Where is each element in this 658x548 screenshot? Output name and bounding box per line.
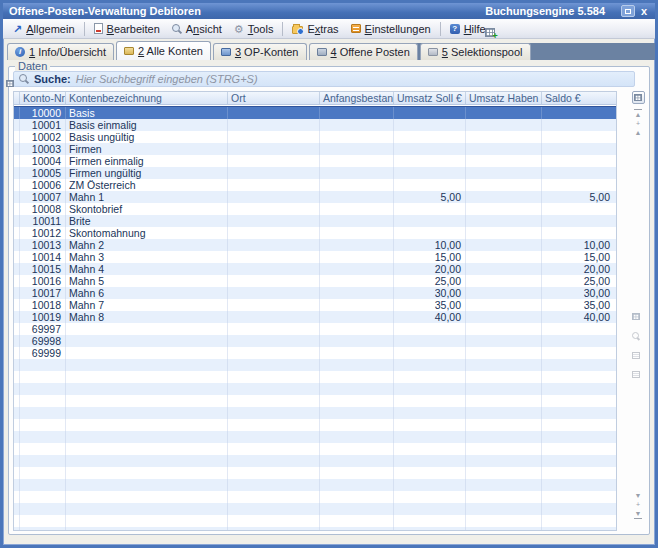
grid-view-icon[interactable]: [632, 313, 640, 320]
cell-bezeichnung: [66, 527, 228, 530]
scroll-down-buttons[interactable]: ▼ + ▼: [630, 491, 646, 519]
table-row: [14, 503, 616, 515]
cell-saldo: 15,00: [542, 251, 614, 263]
column-header-anfangsbestand[interactable]: Anfangsbestand: [320, 92, 394, 104]
scroll-to-top-icon[interactable]: ▲: [634, 109, 642, 119]
column-header-saldo[interactable]: Saldo €: [542, 92, 614, 104]
tab-selektionspool[interactable]: 5 Selektionspool: [420, 43, 531, 60]
scroll-drag-icon[interactable]: +: [630, 500, 646, 509]
table-row[interactable]: 10001 Basis einmalig: [14, 119, 616, 131]
grid-summary-icon[interactable]: [632, 352, 640, 359]
customize-grid-icon[interactable]: [485, 28, 495, 37]
cell-ort: [228, 119, 320, 131]
cell-umsatz-soll: 40,00: [394, 311, 466, 323]
menu-label: Tools: [248, 23, 274, 35]
cell-konto-nr: 10008: [20, 203, 66, 215]
cell-umsatz-haben: [466, 443, 542, 455]
tab-op-konten[interactable]: 3 OP-Konten: [213, 43, 307, 60]
column-header-bezeichnung[interactable]: Kontenbezeichnung: [66, 92, 228, 104]
table-row[interactable]: 10000 Basis: [14, 106, 616, 119]
table-row[interactable]: 10016 Mahn 5 25,00 25,00: [14, 275, 616, 287]
table-row: [14, 455, 616, 467]
menubar: ↗ Allgemein Bearbeiten Ansicht ⚙ Tools E…: [3, 19, 655, 39]
grid-search-icon[interactable]: [632, 332, 640, 340]
table-row[interactable]: 10011 Brite: [14, 215, 616, 227]
table-row: [14, 491, 616, 503]
menu-item-einstellungen[interactable]: Einstellungen: [345, 21, 437, 37]
column-chooser-button[interactable]: [632, 91, 645, 104]
cell-konto-nr: 69999: [20, 347, 66, 359]
scroll-up-buttons[interactable]: ▲ + ▲: [630, 109, 646, 137]
cell-anfangsbestand: [320, 323, 394, 335]
column-header-konto-nr[interactable]: Konto-Nr.: [20, 92, 66, 104]
grid-layout-icon[interactable]: [6, 80, 14, 87]
cell-bezeichnung: [66, 479, 228, 491]
cell-konto-nr: [20, 515, 66, 527]
cell-bezeichnung: Basis: [66, 107, 228, 119]
cell-anfangsbestand: [320, 503, 394, 515]
cell-saldo: [542, 455, 614, 467]
menu-item-tools[interactable]: ⚙ Tools: [228, 21, 280, 37]
tab-offene-posten[interactable]: 4 Offene Posten: [309, 43, 418, 60]
scroll-drag-icon[interactable]: +: [630, 119, 646, 128]
column-header-umsatz-soll[interactable]: Umsatz Soll €: [394, 92, 466, 104]
table-row[interactable]: 10004 Firmen einmalig: [14, 155, 616, 167]
cell-konto-nr: 10012: [20, 227, 66, 239]
cell-saldo: [542, 431, 614, 443]
cell-ort: [228, 419, 320, 431]
cell-ort: [228, 251, 320, 263]
table-body: 10000 Basis 10001 Basis einmalig 10002 B…: [14, 106, 616, 530]
cell-konto-nr: [20, 455, 66, 467]
table-row[interactable]: 69998: [14, 335, 616, 347]
grid-filter-icon[interactable]: [632, 371, 640, 378]
column-header-ort[interactable]: Ort: [228, 92, 320, 104]
cell-saldo: [542, 131, 614, 143]
table-row[interactable]: 10002 Basis ungültig: [14, 131, 616, 143]
cell-ort: [228, 479, 320, 491]
scroll-down-icon[interactable]: ▼: [630, 491, 646, 500]
cell-umsatz-haben: [466, 371, 542, 383]
cell-ort: [228, 335, 320, 347]
table-row[interactable]: 10006 ZM Österreich: [14, 179, 616, 191]
table-row[interactable]: 10003 Firmen: [14, 143, 616, 155]
tab-alle-konten[interactable]: 2 Alle Konten: [116, 41, 211, 60]
close-button[interactable]: x: [637, 5, 651, 17]
cell-ort: [228, 191, 320, 203]
table-row: [14, 431, 616, 443]
table-row[interactable]: 10012 Skontomahnung: [14, 227, 616, 239]
search-input[interactable]: Suche: Hier Suchbegriff eingeben (STRG+S…: [13, 71, 635, 87]
cell-ort: [228, 227, 320, 239]
tab-info-uebersicht[interactable]: i 1 Info/Übersicht: [7, 43, 114, 60]
restore-button[interactable]: [621, 5, 635, 17]
table-row[interactable]: 10005 Firmen ungültig: [14, 167, 616, 179]
search-placeholder: Hier Suchbegriff eingeben (STRG+S): [76, 73, 258, 85]
cell-konto-nr: 10006: [20, 179, 66, 191]
menu-item-ansicht[interactable]: Ansicht: [166, 21, 228, 37]
scroll-to-bottom-icon[interactable]: ▼: [634, 509, 642, 519]
cell-konto-nr: 10014: [20, 251, 66, 263]
cell-saldo: [542, 107, 614, 119]
table-row[interactable]: 10014 Mahn 3 15,00 15,00: [14, 251, 616, 263]
table-row[interactable]: 10017 Mahn 6 30,00 30,00: [14, 287, 616, 299]
scroll-up-icon[interactable]: ▲: [630, 128, 646, 137]
column-header-umsatz-haben[interactable]: Umsatz Haben €: [466, 92, 542, 104]
cell-umsatz-haben: [466, 455, 542, 467]
cell-bezeichnung: Basis einmalig: [66, 119, 228, 131]
menu-item-extras[interactable]: Extras: [286, 21, 344, 37]
table-row[interactable]: 10013 Mahn 2 10,00 10,00: [14, 239, 616, 251]
cell-ort: [228, 263, 320, 275]
table-row[interactable]: 69999: [14, 347, 616, 359]
table-row[interactable]: 10008 Skontobrief: [14, 203, 616, 215]
cell-bezeichnung: [66, 455, 228, 467]
table-row[interactable]: 69997: [14, 323, 616, 335]
table-row[interactable]: 10018 Mahn 7 35,00 35,00: [14, 299, 616, 311]
menu-item-allgemein[interactable]: ↗ Allgemein: [7, 21, 81, 37]
table-row[interactable]: 10019 Mahn 8 40,00 40,00: [14, 311, 616, 323]
table-row[interactable]: 10015 Mahn 4 20,00 20,00: [14, 263, 616, 275]
table-row: [14, 419, 616, 431]
cell-anfangsbestand: [320, 299, 394, 311]
cell-konto-nr: [20, 503, 66, 515]
table-row[interactable]: 10007 Mahn 1 5,00 5,00: [14, 191, 616, 203]
cell-konto-nr: [20, 527, 66, 530]
menu-item-bearbeiten[interactable]: Bearbeiten: [88, 21, 166, 37]
